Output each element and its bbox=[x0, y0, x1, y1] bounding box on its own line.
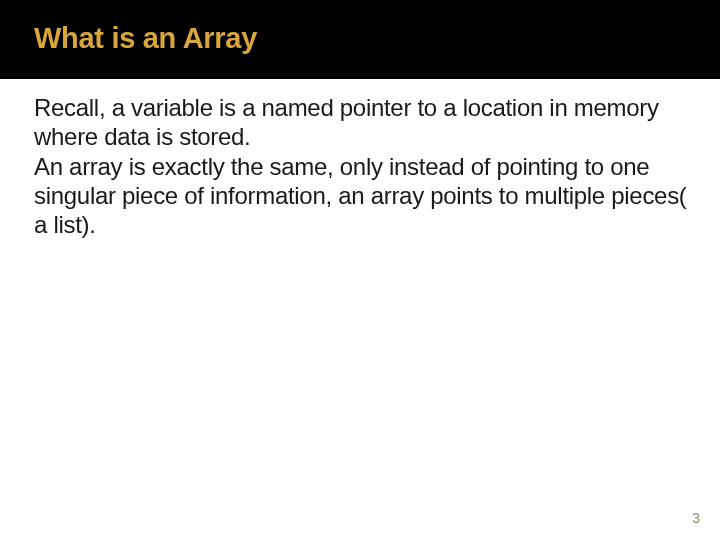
paragraph-2: An array is exactly the same, only inste… bbox=[34, 152, 690, 240]
slide-title: What is an Array bbox=[34, 22, 690, 55]
slide-body: Recall, a variable is a named pointer to… bbox=[0, 79, 720, 239]
slide-header: What is an Array bbox=[0, 0, 720, 79]
page-number: 3 bbox=[692, 510, 700, 526]
paragraph-1: Recall, a variable is a named pointer to… bbox=[34, 93, 690, 152]
